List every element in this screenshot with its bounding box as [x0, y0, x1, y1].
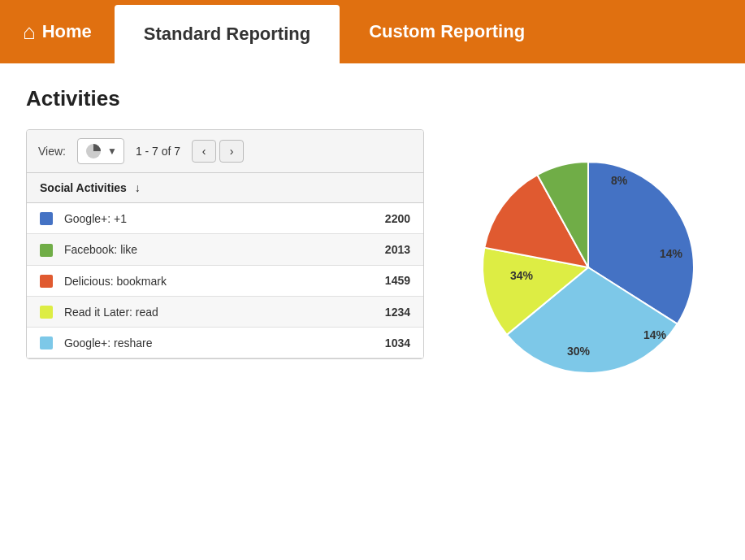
activity-label: Facebook: like — [64, 244, 137, 257]
table-row: Facebook: like 2013 — [27, 234, 423, 265]
table-row: Read it Later: read 1234 — [27, 296, 423, 327]
home-tab[interactable]: ⌂ Home — [0, 0, 115, 63]
next-button[interactable]: › — [219, 140, 244, 163]
table-row: Google+: reshare 1034 — [27, 328, 423, 358]
activity-cell: Google+: +1 — [27, 203, 323, 234]
pie-chart-container: 34%30%14%14%8% — [457, 129, 719, 397]
activities-table: Social Activities ↓ Google+: +1 2200 Fac… — [27, 173, 423, 358]
pie-label: 14% — [643, 328, 666, 341]
chart-type-icon — [84, 142, 102, 160]
home-icon: ⌂ — [23, 20, 36, 45]
activity-label: Google+: reshare — [64, 336, 153, 349]
content-row: View: ▼ 1 - 7 of 7 ‹ › — [26, 129, 719, 397]
activity-cell: Read it Later: read — [27, 296, 323, 327]
table-row: Delicious: bookmark 1459 — [27, 265, 423, 296]
chevron-down-icon: ▼ — [107, 145, 117, 157]
table-panel: View: ▼ 1 - 7 of 7 ‹ › — [26, 129, 424, 359]
view-label: View: — [38, 145, 66, 158]
standard-reporting-tab[interactable]: Standard Reporting — [115, 5, 340, 63]
pie-label: 30% — [566, 345, 590, 358]
home-label: Home — [42, 21, 92, 42]
pie-label: 34% — [509, 269, 533, 282]
pagination-info: 1 - 7 of 7 — [136, 145, 180, 158]
value-cell: 2200 — [323, 203, 423, 234]
activity-label: Delicious: bookmark — [64, 275, 167, 288]
table-header-row: Social Activities ↓ — [27, 173, 423, 203]
col-value-header — [323, 173, 423, 203]
value-cell: 1459 — [323, 265, 423, 296]
color-swatch — [40, 275, 53, 288]
col-activity-header: Social Activities ↓ — [27, 173, 323, 203]
pagination-buttons: ‹ › — [192, 140, 244, 163]
color-swatch — [40, 212, 53, 225]
color-swatch — [40, 336, 53, 349]
activity-cell: Google+: reshare — [27, 328, 323, 358]
value-cell: 2013 — [323, 234, 423, 265]
color-swatch — [40, 306, 53, 319]
activity-cell: Facebook: like — [27, 234, 323, 265]
activity-label: Google+: +1 — [64, 212, 127, 225]
main-content: Activities View: ▼ 1 - 7 of 7 ‹ › — [0, 63, 745, 420]
sort-arrow-icon: ↓ — [135, 181, 141, 194]
custom-reporting-tab[interactable]: Custom Reporting — [340, 0, 554, 63]
pie-label: 8% — [610, 174, 627, 187]
table-toolbar: View: ▼ 1 - 7 of 7 ‹ › — [27, 130, 423, 173]
prev-button[interactable]: ‹ — [192, 140, 216, 163]
activity-label: Read it Later: read — [64, 306, 158, 319]
view-dropdown[interactable]: ▼ — [77, 138, 124, 164]
custom-reporting-label: Custom Reporting — [369, 21, 525, 42]
page-title: Activities — [26, 86, 719, 111]
table-row: Google+: +1 2200 — [27, 203, 423, 234]
color-swatch — [40, 244, 53, 257]
navbar: ⌂ Home Standard Reporting Custom Reporti… — [0, 0, 745, 63]
value-cell: 1034 — [323, 328, 423, 358]
standard-reporting-label: Standard Reporting — [144, 24, 310, 45]
pie-chart: 34%30%14%14%8% — [458, 137, 718, 397]
value-cell: 1234 — [323, 296, 423, 327]
pie-label: 14% — [659, 247, 682, 260]
activity-cell: Delicious: bookmark — [27, 265, 323, 296]
